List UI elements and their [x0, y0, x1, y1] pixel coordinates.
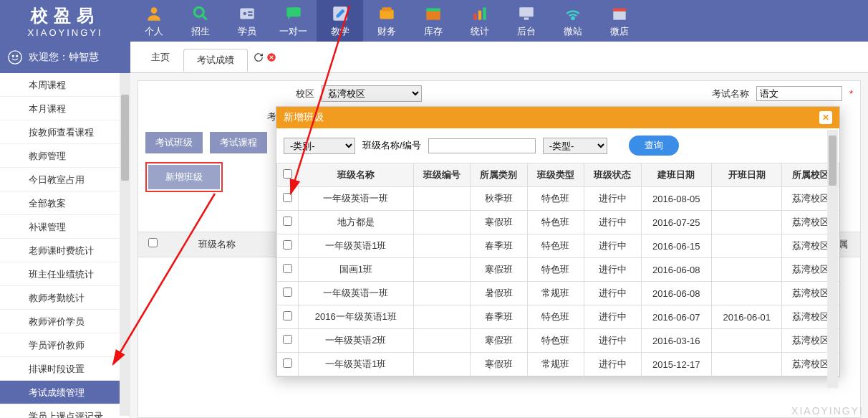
table-row[interactable]: 一年级英语1班寒假班常规班进行中2015-12-17荔湾校区: [277, 353, 839, 376]
row-checkbox[interactable]: [283, 217, 292, 226]
new-class-highlight-box: 新增班级: [145, 162, 223, 192]
search-icon: [191, 4, 210, 23]
refresh-icon[interactable]: [254, 52, 264, 62]
modal-name-input[interactable]: [428, 138, 536, 153]
sidebar-item-14[interactable]: 学员上课点评记录: [0, 404, 130, 418]
sidebar-scrollbar[interactable]: [120, 73, 130, 416]
sidebar-item-13[interactable]: 考试成绩管理: [0, 381, 130, 404]
nav-item-2[interactable]: 学员: [223, 0, 270, 42]
cell-create: 2016-06-07: [641, 305, 711, 329]
tab-home[interactable]: 主页: [138, 46, 183, 69]
close-tab-icon[interactable]: [266, 52, 276, 62]
cell-open: [712, 234, 782, 258]
nav-label: 微站: [564, 25, 582, 38]
nav-item-5[interactable]: 财务: [363, 0, 410, 42]
modal-category-select[interactable]: -类别-: [284, 138, 355, 154]
svg-point-0: [150, 7, 157, 14]
modal-scrollbar[interactable]: [827, 130, 838, 388]
wifi-icon: [564, 4, 582, 23]
svg-rect-14: [478, 10, 481, 19]
svg-line-2: [203, 16, 206, 19]
nav-item-10[interactable]: 微店: [596, 0, 642, 42]
row-checkbox[interactable]: [283, 288, 292, 297]
sidebar-item-10[interactable]: 教师评价学员: [0, 310, 130, 333]
smile-icon: [7, 49, 23, 65]
row-checkbox[interactable]: [283, 193, 292, 202]
table-row[interactable]: 一年级英语一班秋季班特色班进行中2016-08-05荔湾校区: [277, 187, 839, 211]
tab-exam-scores[interactable]: 考试成绩: [183, 49, 248, 72]
svg-rect-11: [426, 10, 440, 19]
svg-point-4: [243, 11, 246, 14]
exam-class-button[interactable]: 考试班级: [145, 132, 203, 153]
modal-query-button[interactable]: 查询: [629, 136, 679, 156]
sidebar-item-11[interactable]: 学员评价教师: [0, 333, 130, 357]
row-checkbox[interactable]: [283, 335, 292, 344]
cell-cat: 春季班: [471, 305, 528, 329]
sidebar-item-6[interactable]: 补课管理: [0, 215, 130, 239]
nav-item-8[interactable]: 后台: [503, 0, 549, 42]
sidebar-item-12[interactable]: 排课时段设置: [0, 357, 130, 381]
table-row[interactable]: 地方都是寒假班特色班进行中2016-07-25荔湾校区: [277, 211, 839, 234]
cell-create: 2016-06-08: [641, 282, 711, 305]
sidebar-item-4[interactable]: 今日教室占用: [0, 168, 130, 191]
cell-code: [413, 211, 471, 234]
cell-name: 一年级英语一班: [299, 187, 414, 211]
cell-create: 2016-03-16: [641, 329, 711, 353]
cell-status: 进行中: [584, 187, 642, 211]
sidebar-item-7[interactable]: 老师课时费统计: [0, 239, 130, 262]
sidebar-item-9[interactable]: 教师考勤统计: [0, 286, 130, 310]
nav-item-7[interactable]: 统计: [456, 0, 503, 42]
nav-items: 个人招生学员一对一教学财务库存统计后台微站微店: [130, 0, 868, 42]
row-checkbox[interactable]: [283, 358, 292, 368]
sidebar-item-0[interactable]: 本周课程: [0, 73, 130, 97]
cell-cat: 秋季班: [471, 187, 528, 211]
nav-item-0[interactable]: 个人: [130, 0, 177, 42]
nav-item-9[interactable]: 微站: [549, 0, 596, 42]
svg-rect-17: [524, 17, 529, 19]
modal-filter-row: -类别- 班级名称/编号 -类型- 查询: [276, 128, 839, 163]
modal-name-label: 班级名称/编号: [362, 139, 421, 152]
row-checkbox[interactable]: [283, 311, 292, 320]
row-checkbox[interactable]: [283, 264, 292, 273]
exam-name-input[interactable]: [756, 86, 842, 101]
logo-en: XIAOYINGYI: [27, 27, 102, 38]
nav-item-3[interactable]: 一对一: [270, 0, 317, 42]
nav-label: 财务: [377, 25, 396, 38]
table-row[interactable]: 国画1班寒假班特色班进行中2016-06-08荔湾校区: [277, 258, 839, 282]
nav-label: 库存: [424, 25, 443, 38]
exam-course-button[interactable]: 考试课程: [210, 132, 267, 153]
sidebar-item-1[interactable]: 本月课程: [0, 97, 130, 120]
welcome-prefix: 欢迎您：: [29, 51, 69, 64]
modal-check-all[interactable]: [283, 169, 292, 179]
svg-point-22: [16, 55, 18, 57]
svg-rect-19: [613, 11, 625, 19]
table-row[interactable]: 一年级英语2班寒假班特色班进行中2016-03-16荔湾校区: [277, 329, 839, 353]
cell-status: 进行中: [584, 353, 642, 376]
new-class-button[interactable]: 新增班级: [148, 165, 220, 189]
box-icon: [424, 4, 443, 23]
sidebar-item-8[interactable]: 班主任业绩统计: [0, 262, 130, 286]
campus-label: 校区: [296, 87, 314, 100]
table-row[interactable]: 一年级英语一班暑假班常规班进行中2016-06-08荔湾校区: [277, 282, 839, 305]
sidebar-item-3[interactable]: 教师管理: [0, 144, 130, 168]
table-row[interactable]: 一年级英语1班春季班特色班进行中2016-06-15荔湾校区: [277, 234, 839, 258]
campus-select[interactable]: 荔湾校区: [322, 85, 422, 102]
cell-open: [712, 353, 782, 376]
cell-status: 进行中: [584, 258, 642, 282]
nav-item-6[interactable]: 库存: [410, 0, 456, 42]
bg-check-all[interactable]: [148, 238, 158, 247]
nav-item-1[interactable]: 招生: [177, 0, 223, 42]
sidebar-item-5[interactable]: 全部教案: [0, 191, 130, 215]
modal-close-button[interactable]: ✕: [819, 111, 832, 124]
cell-create: 2015-12-17: [641, 353, 711, 376]
svg-rect-6: [248, 14, 253, 16]
sidebar-item-2[interactable]: 按教师查看课程: [0, 120, 130, 144]
svg-rect-12: [426, 8, 440, 11]
row-checkbox[interactable]: [283, 240, 292, 250]
nav-item-4[interactable]: 教学: [317, 0, 363, 42]
modal-type-select[interactable]: -类型-: [543, 138, 607, 154]
table-row[interactable]: 2016一年级英语1班春季班特色班进行中2016-06-072016-06-01…: [277, 305, 839, 329]
welcome-name: 钟智慧: [69, 51, 99, 64]
svg-rect-10: [382, 7, 391, 11]
person-icon: [145, 4, 163, 23]
